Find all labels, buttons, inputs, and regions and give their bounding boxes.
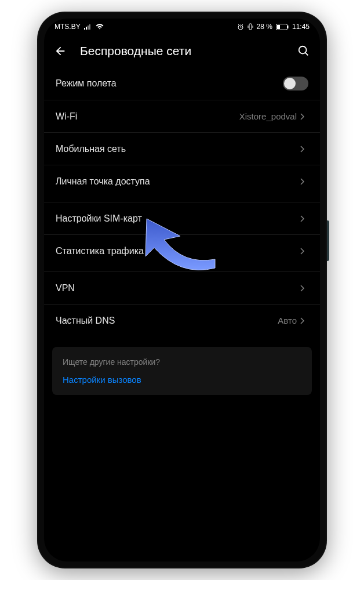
phone-frame: MTS.BY 28 % 11:45 [37,12,327,568]
row-label: Личная точка доступа [56,176,300,187]
search-button[interactable] [296,43,312,59]
toggle-knob [284,78,296,89]
svg-rect-1 [86,27,87,30]
svg-rect-5 [249,24,252,30]
svg-rect-0 [84,28,85,30]
row-hotspot[interactable]: Личная точка доступа [44,165,320,197]
wifi-icon [96,24,104,30]
svg-rect-7 [287,26,289,28]
row-label: Частный DNS [56,316,278,326]
row-sim-settings[interactable]: Настройки SIM-карт [44,202,320,234]
chevron-right-icon [300,247,308,255]
help-title: Ищете другие настройки? [63,357,301,367]
row-label: Статистика трафика [56,246,300,256]
settings-list: Режим полета Wi-Fi Xistore_podval Мобиль… [44,67,320,405]
row-label: Режим полета [56,78,283,89]
row-label: Мобильная сеть [56,144,300,154]
section-divider [44,197,320,202]
row-mobile-network[interactable]: Мобильная сеть [44,132,320,165]
back-arrow-icon [54,45,67,57]
chevron-right-icon [300,145,308,153]
row-vpn[interactable]: VPN [44,271,320,304]
chevron-right-icon [300,178,308,186]
battery-text: 28 % [257,23,272,31]
app-header: Беспроводные сети [44,35,320,67]
signal-icon [84,24,92,30]
back-button[interactable] [52,43,68,59]
row-label: Настройки SIM-карт [56,213,300,224]
help-link-call-settings[interactable]: Настройки вызовов [63,375,301,385]
row-wifi[interactable]: Wi-Fi Xistore_podval [44,100,320,132]
search-icon [297,45,310,57]
alarm-icon [237,23,244,30]
phone-screen: MTS.BY 28 % 11:45 [44,19,320,562]
row-traffic-stats[interactable]: Статистика трафика [44,234,320,267]
section-divider [44,267,320,271]
row-label: Wi-Fi [56,111,239,122]
chevron-right-icon [300,113,308,121]
chevron-right-icon [300,317,308,325]
airplane-toggle[interactable] [283,77,308,90]
row-label: VPN [56,283,300,294]
row-value: Xistore_podval [239,111,297,121]
page-title: Беспроводные сети [80,44,284,58]
row-airplane-mode[interactable]: Режим полета [44,67,320,100]
time-label: 11:45 [292,23,310,31]
svg-rect-8 [277,25,280,29]
battery-icon [276,24,289,30]
svg-point-9 [299,46,307,54]
svg-rect-2 [88,26,89,30]
chevron-right-icon [300,215,308,223]
carrier-label: MTS.BY [54,23,81,31]
svg-rect-3 [89,24,90,30]
row-value: Авто [278,316,297,325]
phone-power-button [327,220,329,261]
row-private-dns[interactable]: Частный DNS Авто [44,304,320,336]
vibrate-icon [247,23,253,30]
help-card: Ищете другие настройки? Настройки вызово… [52,347,312,395]
chevron-right-icon [300,284,308,292]
